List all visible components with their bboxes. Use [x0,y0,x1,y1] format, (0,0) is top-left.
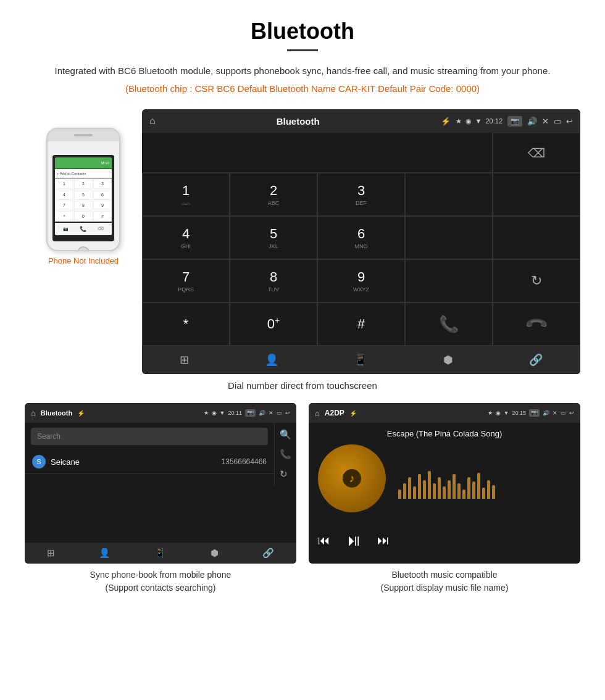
visualizer-bar [482,488,485,499]
phonebook-header: ⌂ Bluetooth ⚡ ★ ◉ ▼ 20:11 📷 🔊 ✕ ▭ ↩ [25,403,296,423]
phonebook-card: ⌂ Bluetooth ⚡ ★ ◉ ▼ 20:11 📷 🔊 ✕ ▭ ↩ [25,403,296,594]
empty-cell-3 [405,216,493,259]
camera-icon[interactable]: 📷 [507,116,522,127]
location-icon: ◉ [465,117,472,125]
phone-not-included-label: Phone Not Included [48,256,119,265]
end-call-button[interactable]: 📞 [493,302,580,346]
visualizer-bar [413,486,416,499]
dial-screen: ⌂ Bluetooth ⚡ ★ ◉ ▼ 20:12 📷 🔊 ✕ ▭ ↩ [142,109,580,374]
key-5[interactable]: 5 JKL [230,216,317,259]
visualizer-bar [398,490,401,499]
back-icon[interactable]: ↩ [566,117,573,126]
phone-screen: M:30 + Add to Contacts 123 456 789 *0# 📷… [52,155,114,241]
phonebook-screen: ⌂ Bluetooth ⚡ ★ ◉ ▼ 20:11 📷 🔊 ✕ ▭ ↩ [25,403,296,564]
dial-header-right: 📷 🔊 ✕ ▭ ↩ [507,116,573,127]
music-controls: ⏮ ⏯ ⏭ [318,531,571,550]
key-1[interactable]: 1 ⌓⌓ [142,173,230,216]
pb-bt-bottom-icon[interactable]: ⬢ [211,548,219,559]
phone-dialpad: 123 456 789 *0# [55,178,112,222]
key-3[interactable]: 3 DEF [317,173,405,216]
music-header-title: A2DP [325,409,344,417]
phone-icon[interactable]: 📱 [354,353,367,367]
bluetooth-icon[interactable]: ⬢ [443,353,453,367]
title-divider [287,49,318,51]
pb-call-icon[interactable]: 📞 [280,449,291,460]
music-screen-icon[interactable]: ▭ [561,410,566,416]
visualizer-bar [492,485,495,499]
pb-camera-icon[interactable]: 📷 [245,409,256,417]
pb-close-icon[interactable]: ✕ [269,410,273,416]
reload-button[interactable]: ↻ [493,259,580,302]
dialpad-icon[interactable]: ⊞ [180,353,189,367]
contact-name: Seicane [51,457,80,467]
music-location-icon: ◉ [496,410,501,416]
music-signal-icon: ▼ [504,410,509,416]
key-2[interactable]: 2 ABC [230,173,317,216]
pb-sync-icon[interactable]: ↻ [280,469,291,480]
visualizer-bar [423,480,426,499]
phone-bottom-bar: 📷 📞 ⌫ [55,223,112,235]
backspace-button[interactable]: ⌫ [493,133,580,173]
play-pause-button[interactable]: ⏯ [346,531,362,550]
pb-grid-icon[interactable]: ⊞ [47,548,55,559]
pb-time: 20:11 [228,410,242,416]
close-icon[interactable]: ✕ [542,117,549,126]
music-close-icon[interactable]: ✕ [553,410,557,416]
visualizer-bar [448,480,451,499]
music-camera-icon[interactable]: 📷 [529,409,540,417]
phone-home-button [77,246,90,251]
volume-icon[interactable]: 🔊 [527,117,537,126]
visualizer-bar [428,471,431,499]
music-back-icon[interactable]: ↩ [569,410,574,416]
pb-usb-icon: ⚡ [77,410,85,417]
music-album-inner: ♪ [343,469,361,488]
key-7[interactable]: 7 PQRS [142,259,230,302]
bluetooth-specs: (Bluetooth chip : CSR BC6 Default Blueto… [25,83,580,94]
music-usb-icon: ⚡ [349,410,357,417]
music-note-icon: ♪ [349,472,355,485]
music-album-art: ♪ [318,444,386,512]
music-screen: ⌂ A2DP ⚡ ★ ◉ ▼ 20:15 📷 🔊 ✕ ▭ ↩ [309,403,580,564]
prev-button[interactable]: ⏮ [318,533,330,548]
pb-volume-icon[interactable]: 🔊 [259,410,265,416]
bottom-section: ⌂ Bluetooth ⚡ ★ ◉ ▼ 20:11 📷 🔊 ✕ ▭ ↩ [25,403,580,594]
contact-row[interactable]: S Seicane 13566664466 [25,450,274,474]
key-hash[interactable]: # [317,302,405,346]
search-bar[interactable]: Search [31,428,268,445]
search-placeholder: Search [37,432,60,441]
key-0[interactable]: 0+ [230,302,317,346]
screen-icon[interactable]: ▭ [554,117,561,126]
main-section: M:30 + Add to Contacts 123 456 789 *0# 📷… [25,109,580,374]
empty-cell-4 [493,216,580,259]
key-8[interactable]: 8 TUV [230,259,317,302]
call-button[interactable]: 📞 [405,302,493,346]
visualizer-bar [453,474,456,499]
link-icon[interactable]: 🔗 [529,353,543,367]
signal-icon: ▼ [475,117,482,125]
key-6[interactable]: 6 MNO [317,216,405,259]
visualizer-bar [477,473,480,499]
pb-home-icon[interactable]: ⌂ [31,409,36,418]
pb-search-icon[interactable]: 🔍 [280,429,291,440]
pb-link-icon[interactable]: 🔗 [262,548,274,559]
visualizer-bar [462,490,465,499]
home-icon[interactable]: ⌂ [149,115,156,127]
next-button[interactable]: ⏭ [377,533,390,548]
key-4[interactable]: 4 GHI [142,216,230,259]
pb-screen-icon[interactable]: ▭ [277,410,282,416]
key-9[interactable]: 9 WXYZ [317,259,405,302]
dial-input-row [142,133,493,173]
key-star[interactable]: * [142,302,230,346]
music-card: ⌂ A2DP ⚡ ★ ◉ ▼ 20:15 📷 🔊 ✕ ▭ ↩ [309,403,580,594]
phone-screen-contact: + Add to Contacts [55,169,112,178]
visualizer-bar [418,474,421,499]
music-volume-icon[interactable]: 🔊 [543,410,549,416]
pb-back-icon[interactable]: ↩ [285,410,290,416]
contacts-icon[interactable]: 👤 [265,353,278,367]
empty-cell-2 [493,173,580,216]
dial-caption: Dial number direct from touchscreen [25,380,580,391]
pb-contacts-icon[interactable]: 👤 [99,548,111,559]
pb-phone-icon[interactable]: 📱 [154,548,166,559]
music-home-icon[interactable]: ⌂ [315,409,320,418]
dial-header: ⌂ Bluetooth ⚡ ★ ◉ ▼ 20:12 📷 🔊 ✕ ▭ ↩ [142,109,580,133]
